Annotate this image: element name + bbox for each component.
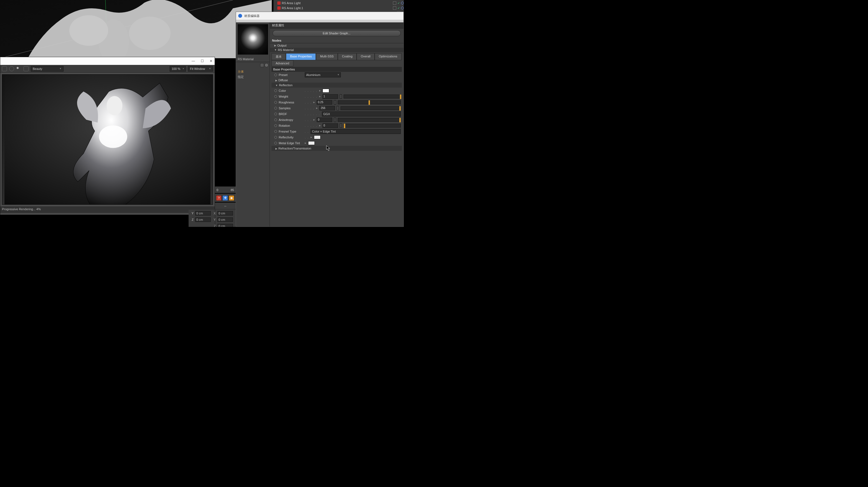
render-toggle[interactable] — [401, 7, 404, 9]
param-link-icon[interactable] — [274, 101, 277, 104]
window-titlebar[interactable]: 材质编辑器 — [236, 12, 403, 20]
metal-edge-tint-label: Metal Edge Tint — [279, 142, 303, 145]
timeline[interactable]: 0 85 — [215, 186, 236, 193]
scene-item[interactable]: RS Area Light.1 ✓ — [273, 5, 404, 10]
minimize-button[interactable]: — — [191, 59, 195, 63]
timeline-frame: 85 — [231, 188, 234, 192]
spinner-icon[interactable] — [337, 106, 339, 111]
arrow-icon[interactable] — [260, 63, 264, 67]
assign-tab-assign[interactable]: 指定 — [238, 75, 268, 79]
param-link-icon[interactable] — [274, 73, 277, 76]
properties-header: 材质属性 — [270, 23, 403, 29]
check-icon: ✓ — [397, 6, 400, 10]
coord-input[interactable]: 0 cm — [217, 224, 233, 227]
color-swatch[interactable] — [322, 89, 329, 93]
material-editor-window[interactable]: 材质编辑器 RS Material 主体 指定 材质属性 Edit Shader… — [236, 12, 404, 227]
tab-base-properties[interactable]: Base Properties — [286, 53, 316, 60]
reflection-foldout[interactable]: ▼Reflection — [272, 83, 402, 88]
refraction-foldout[interactable]: ▶Refraction/Transmission — [272, 146, 402, 151]
tab-advanced[interactable]: Advanced — [272, 60, 293, 66]
coord-input[interactable]: 0 cm — [195, 217, 211, 222]
material-name[interactable]: RS Material — [236, 56, 270, 62]
svg-point-4 — [129, 17, 170, 50]
render-toolbar: ✱ Beauty▼ 100 %▾ Fit Window▼ — [0, 65, 215, 73]
tool-buttons: ? ✥ ◉ — [215, 193, 236, 202]
move-button[interactable]: ✥ — [222, 195, 228, 201]
samples-slider[interactable] — [341, 106, 401, 110]
camera-icon[interactable] — [2, 66, 7, 71]
roughness-input[interactable]: 0.25 — [317, 100, 332, 104]
spinner-icon[interactable] — [340, 123, 342, 128]
param-link-icon[interactable] — [274, 118, 277, 121]
maximize-button[interactable]: ☐ — [200, 59, 204, 63]
record-button[interactable]: ◉ — [229, 195, 234, 201]
param-link-icon[interactable] — [274, 124, 277, 127]
tab-overall[interactable]: Overall — [356, 53, 375, 60]
preset-row: Preset Aluminium▼ — [272, 72, 402, 78]
param-link-icon[interactable] — [274, 136, 277, 139]
node-rsmaterial[interactable]: ▼RS Material — [270, 48, 403, 52]
preset-dropdown[interactable]: Aluminium▼ — [305, 72, 341, 78]
render-output[interactable] — [2, 74, 213, 205]
param-link-icon[interactable] — [274, 89, 277, 92]
base-properties-header: Base Properties — [272, 67, 402, 72]
coord-input[interactable]: 0 cm — [217, 211, 233, 215]
svg-point-3 — [69, 15, 108, 46]
value-dash: -- — [215, 203, 236, 209]
param-link-icon[interactable] — [274, 95, 277, 98]
scene-tree[interactable]: RS Area Light ✓ RS Area Light.1 ✓ RS Are… — [273, 0, 404, 12]
anisotropy-input[interactable]: 0 — [317, 118, 332, 122]
rotation-slider[interactable] — [344, 124, 401, 128]
anisotropy-slider[interactable] — [338, 118, 401, 122]
circle-icon[interactable] — [9, 66, 14, 71]
scene-item[interactable]: RS Area Light ✓ — [273, 1, 404, 5]
brdf-dropdown[interactable]: GGX — [322, 112, 401, 117]
window-grip[interactable] — [236, 20, 403, 23]
weight-label: Weight — [279, 95, 303, 98]
weight-input[interactable]: 1 — [322, 94, 338, 99]
tab-coating[interactable]: Coating — [338, 53, 356, 60]
color-label: Color — [279, 89, 303, 92]
visibility-toggle[interactable] — [393, 6, 396, 10]
fresnel-type-dropdown[interactable]: Color + Edge Tint — [311, 129, 401, 134]
roughness-slider[interactable] — [338, 100, 401, 104]
spinner-icon[interactable] — [340, 94, 342, 99]
tab-optimizations[interactable]: Optimizations — [375, 53, 402, 60]
rotation-label: Rotation — [279, 124, 303, 127]
3d-viewport[interactable] — [0, 0, 272, 58]
fit-dropdown[interactable]: Fit Window▼ — [188, 66, 213, 71]
visibility-toggle[interactable] — [393, 1, 396, 5]
help-button[interactable]: ? — [216, 195, 222, 201]
render-toggle[interactable] — [401, 2, 404, 4]
assign-tab-body[interactable]: 主体 — [238, 70, 268, 74]
param-link-icon[interactable] — [274, 113, 277, 115]
window-titlebar[interactable]: — ☐ ✕ — [0, 57, 215, 65]
edit-shader-graph-button[interactable]: Edit Shader Graph... — [273, 30, 401, 36]
render-status: Progressive Rendering... 4% — [0, 206, 215, 213]
coord-input[interactable]: 0 cm — [195, 211, 211, 215]
param-link-icon[interactable] — [274, 142, 277, 145]
square-icon[interactable] — [24, 66, 29, 71]
weight-slider[interactable] — [344, 95, 401, 98]
scene-item-label: RS Area Light.1 — [282, 6, 303, 10]
param-link-icon[interactable] — [274, 107, 277, 110]
close-button[interactable]: ✕ — [209, 59, 213, 63]
spinner-icon[interactable] — [334, 118, 336, 122]
tab-basic[interactable]: 基本 — [272, 53, 286, 60]
material-preview[interactable] — [238, 24, 268, 55]
render-view-window[interactable]: — ☐ ✕ ✱ Beauty▼ 100 %▾ Fit Window▼ — [0, 57, 215, 215]
globe-icon[interactable] — [265, 63, 269, 67]
reflectivity-swatch[interactable] — [314, 135, 320, 139]
samples-input[interactable]: 256 — [319, 106, 335, 111]
coord-input[interactable]: 0 cm — [217, 217, 233, 222]
param-link-icon[interactable] — [274, 130, 277, 133]
node-output[interactable]: ▶Output — [270, 43, 403, 48]
snowflake-icon[interactable]: ✱ — [17, 66, 21, 71]
zoom-dropdown[interactable]: 100 %▾ — [170, 66, 186, 71]
diffuse-foldout[interactable]: ▶Diffuse — [272, 78, 402, 83]
aov-dropdown[interactable]: Beauty▼ — [31, 66, 63, 71]
metal-edge-tint-swatch[interactable] — [308, 141, 315, 145]
rotation-input[interactable]: 0 — [322, 123, 338, 128]
tab-multi-sss[interactable]: Multi-SSS — [316, 53, 338, 60]
spinner-icon[interactable] — [334, 100, 336, 104]
